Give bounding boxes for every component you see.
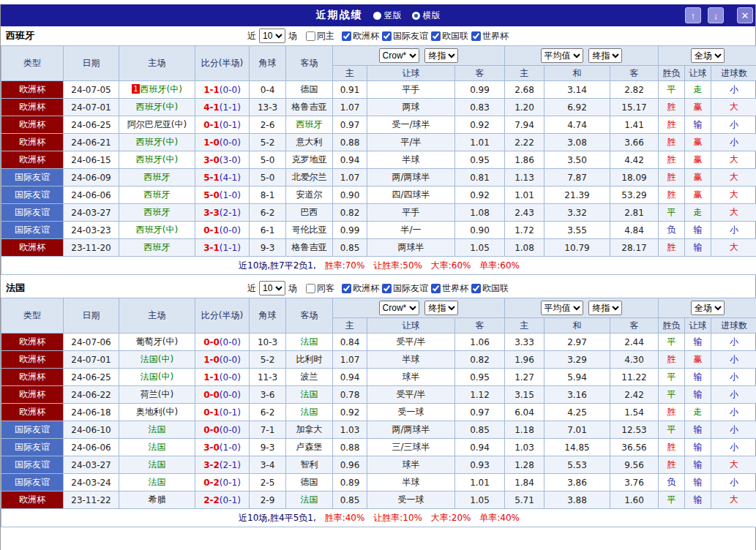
- odds-time-select[interactable]: 终指: [424, 48, 458, 63]
- comp-filter-euro-input[interactable]: [342, 31, 351, 41]
- date-cell: 24-07-01: [64, 351, 119, 369]
- score-cell: 0-0(0-0): [195, 386, 250, 404]
- half-time-score: (0-1): [220, 407, 241, 418]
- layout-horizontal-radio[interactable]: 横版: [412, 10, 441, 22]
- asian-away-odds-cell: 1.06: [455, 334, 505, 351]
- handicap-cell: 平手: [367, 81, 455, 99]
- goals-result-cell: 小: [711, 474, 756, 491]
- euro-home-odds-cell: 1.86: [505, 151, 544, 169]
- match-row: 国际友谊24-06-10法国0-0(0-0)7-1加拿大1.03两/两球半0.8…: [1, 421, 756, 439]
- layout-radio-group: 竖版 横版: [373, 10, 441, 22]
- full-time-score: 3-3: [203, 208, 220, 218]
- col-header-away: 客场: [286, 46, 333, 81]
- match-row: 欧洲杯24-07-01法国(中)1-0(0-0)5-2比利时1.07半球0.82…: [1, 351, 756, 369]
- summary-row: 近10场,胜4平5负1, 胜率:40% 让胜率:10% 大率:20% 单率:40…: [1, 509, 756, 527]
- same-home-checkbox-input[interactable]: [306, 31, 315, 41]
- asian-away-odds-cell: 0.94: [455, 439, 505, 456]
- col-wdl: 胜负: [659, 318, 685, 334]
- match-count-select[interactable]: 10: [259, 29, 285, 43]
- date-cell: 23-11-20: [64, 239, 119, 257]
- comp-filter-euro[interactable]: 欧洲杯: [342, 282, 379, 295]
- home-team-name: 西班牙(中): [136, 225, 178, 235]
- scope-select[interactable]: 全场: [691, 48, 725, 63]
- asian-home-odds-cell: 0.94: [333, 151, 367, 169]
- comp-filter-friendly[interactable]: 国际友谊: [382, 282, 428, 295]
- comp-filter-nations-league-input[interactable]: [431, 31, 441, 41]
- comp-filter-world-cup-input[interactable]: [471, 31, 481, 41]
- euro-draw-odds-cell: 5.94: [544, 369, 610, 386]
- euro-time-select[interactable]: 终指: [588, 301, 622, 315]
- asian-home-odds-cell: 0.89: [333, 474, 367, 491]
- close-icon: ✕: [741, 10, 749, 21]
- comp-filter-friendly-input[interactable]: [382, 284, 392, 293]
- scope-select[interactable]: 全场: [691, 301, 725, 315]
- full-time-score: 1-0: [203, 138, 220, 148]
- euro-draw-odds-cell: 7.01: [544, 421, 610, 439]
- layout-vertical-radio[interactable]: 竖版: [373, 10, 402, 22]
- date-cell: 24-06-25: [64, 116, 119, 134]
- half-time-score: (0-0): [220, 85, 241, 95]
- date-cell: 24-07-05: [64, 81, 119, 99]
- comp-filter-nations-league[interactable]: 欧国联: [431, 30, 468, 42]
- corner-cell: 3-4: [250, 456, 286, 474]
- recent-label: 近: [247, 30, 256, 42]
- odds-provider-select[interactable]: Crow*: [379, 48, 419, 63]
- home-team-cell: 1西班牙(中): [119, 81, 195, 99]
- comp-filter-nations-league-input[interactable]: [471, 284, 481, 293]
- home-team-name: 西班牙(中): [136, 137, 178, 147]
- comp-filter-euro[interactable]: 欧洲杯: [342, 30, 379, 42]
- euro-away-odds-cell: 1.54: [610, 404, 659, 421]
- comp-filter-nations-league[interactable]: 欧国联: [471, 282, 509, 295]
- home-team-name: 法国: [149, 477, 166, 487]
- close-button[interactable]: ✕: [737, 7, 753, 23]
- match-count-select[interactable]: 10: [259, 281, 285, 295]
- euro-away-odds-cell: 28.17: [610, 239, 659, 257]
- asian-home-odds-cell: 0.82: [333, 204, 367, 222]
- scroll-down-button[interactable]: ↓: [708, 7, 724, 23]
- euro-provider-select[interactable]: 平均值: [541, 48, 583, 63]
- corner-cell: 6-1: [250, 222, 286, 239]
- same-home-checkbox[interactable]: 同主: [306, 30, 334, 42]
- scroll-up-button[interactable]: ↑: [685, 7, 701, 23]
- wdl-result-cell: 负: [659, 222, 685, 239]
- euro-draw-odds-cell: 3.32: [544, 204, 610, 222]
- date-cell: 24-03-24: [64, 474, 119, 491]
- same-away-checkbox-input[interactable]: [306, 284, 315, 293]
- handicap-result-cell: 输: [685, 334, 711, 351]
- euro-draw-odds-cell: 7.87: [544, 169, 610, 187]
- euro-home-odds-cell: 1.18: [505, 421, 544, 439]
- odds-provider-select[interactable]: Crow*: [379, 301, 419, 315]
- euro-away-odds-cell: 12.53: [610, 421, 659, 439]
- comp-filter-world-cup[interactable]: 世界杯: [431, 282, 468, 295]
- corner-cell: 2-9: [250, 491, 286, 509]
- odds-time-select[interactable]: 终指: [424, 301, 458, 315]
- away-team-cell: 巴西: [286, 204, 333, 222]
- competition-cell: 欧洲杯: [1, 386, 64, 404]
- score-cell: 1-0(0-0): [195, 134, 250, 151]
- comp-filter-friendly[interactable]: 国际友谊: [382, 30, 428, 42]
- comp-filter-friendly-input[interactable]: [382, 31, 392, 41]
- same-away-checkbox[interactable]: 同客: [306, 282, 334, 295]
- comp-filter-world-cup-input[interactable]: [431, 284, 441, 293]
- date-cell: 23-11-22: [64, 491, 119, 509]
- away-team-name: 格鲁吉亚: [292, 102, 327, 112]
- corner-cell: 5-0: [250, 169, 286, 187]
- handicap-result-cell: 赢: [685, 351, 711, 369]
- asian-away-odds-cell: 1.01: [455, 474, 505, 491]
- euro-home-odds-cell: 1.13: [505, 169, 544, 187]
- euro-draw-odds-cell: 3.50: [544, 151, 610, 169]
- date-cell: 24-06-06: [64, 439, 119, 456]
- match-row: 欧洲杯24-06-15西班牙(中)3-0(3-0)5-0克罗地亚0.94半球0.…: [1, 151, 756, 169]
- games-label: 场: [288, 282, 297, 295]
- asian-away-odds-cell: 0.90: [455, 222, 505, 239]
- euro-time-select[interactable]: 终指: [588, 48, 622, 63]
- comp-filter-world-cup[interactable]: 世界杯: [471, 30, 509, 42]
- away-team-cell: 克罗地亚: [286, 151, 333, 169]
- comp-filter-euro-input[interactable]: [342, 284, 351, 293]
- handicap-cell: 三/三球半: [367, 439, 455, 456]
- asian-away-odds-cell: 0.92: [455, 187, 505, 204]
- recent-label: 近: [247, 282, 256, 295]
- euro-provider-select[interactable]: 平均值: [541, 301, 583, 315]
- competition-cell: 欧洲杯: [1, 151, 64, 169]
- handicap-result-cell: 输: [685, 439, 711, 456]
